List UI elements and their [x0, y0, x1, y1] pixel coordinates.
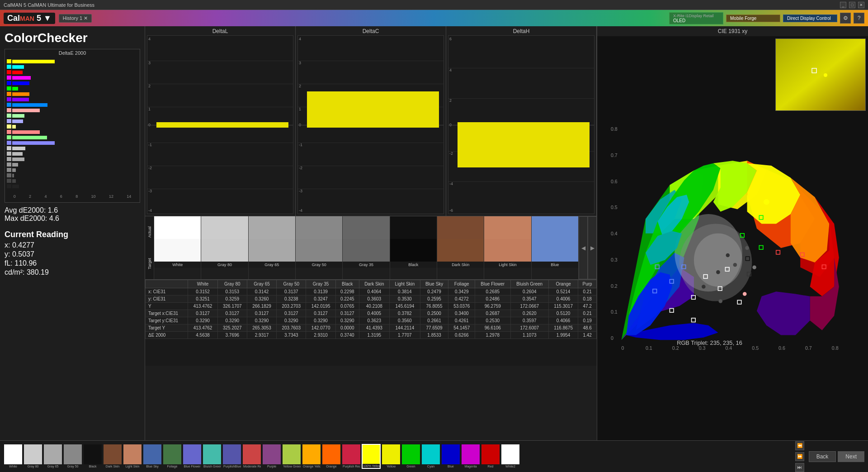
bottom-swatch[interactable]: Purplish Red — [342, 444, 361, 469]
table-header-cell: Foliage — [448, 280, 475, 288]
cie-thumbnail — [775, 38, 866, 111]
bottom-swatch[interactable]: Cyan — [421, 444, 440, 469]
svg-text:0.5: 0.5 — [752, 345, 759, 351]
table-cell: 142.0770 — [306, 324, 335, 332]
mobile-forge-widget[interactable]: Mobile Forge — [726, 14, 780, 22]
current-measurement-dot — [764, 199, 769, 205]
bottom-swatch[interactable]: Blue Sky — [143, 444, 162, 469]
swatches-scroll-left[interactable]: ◀ — [579, 216, 588, 279]
bottom-swatch[interactable]: Yellow Green — [282, 444, 301, 469]
svg-point-68 — [718, 299, 722, 303]
bottom-swatch[interactable]: Red — [481, 444, 500, 469]
bottom-swatch[interactable]: Orange Yellow — [302, 444, 321, 469]
deltae-bar-row — [7, 91, 138, 96]
bottom-swatch[interactable]: Magenta — [461, 444, 480, 469]
table-cell: 1.7707 — [389, 332, 420, 339]
data-table: WhiteGray 80Gray 65Gray 50Gray 35BlackDa… — [145, 280, 597, 339]
table-cell: 0.2500 — [420, 310, 448, 317]
help-button[interactable]: ? — [854, 13, 864, 24]
bottom-swatch[interactable]: Orange — [322, 444, 341, 469]
table-header-cell: Gray 50 — [277, 280, 306, 288]
bottom-swatch[interactable]: Blue — [441, 444, 460, 469]
table-cell: 0.2661 — [420, 317, 448, 324]
table-cell: 266.1829 — [247, 303, 276, 310]
table-cell: 0.3782 — [389, 310, 420, 317]
topbar-right: X-Rite i1Display Retail OLED Mobile Forg… — [669, 12, 864, 24]
play-next-button[interactable]: ⏩ — [795, 452, 804, 461]
table-cell: 0.2479 — [420, 288, 448, 296]
swatches-scroll-right[interactable]: ▶ — [588, 216, 597, 279]
table-cell: 0.3623 — [359, 317, 389, 324]
bottom-swatch[interactable]: Purple — [262, 444, 281, 469]
direct-display-widget[interactable]: Direct Display Control — [783, 14, 837, 22]
bar-fill — [12, 130, 40, 134]
play-end-button[interactable]: ⏭ — [795, 463, 804, 472]
play-prev-button[interactable]: ⏪ — [795, 441, 804, 450]
bottom-swatch-label: Yellow Green — [283, 464, 301, 468]
table-cell: 1.8533 — [420, 332, 448, 339]
bottom-swatch[interactable]: Green — [401, 444, 420, 469]
bottom-swatch[interactable]: White2 — [501, 444, 520, 469]
bottom-swatch[interactable]: Blue Flower — [183, 444, 202, 469]
bar-fill — [12, 141, 55, 145]
swatch-item: Light Skin — [484, 216, 531, 279]
swatch-actual — [201, 216, 248, 239]
swatch-target — [484, 239, 531, 262]
bar-fill — [12, 114, 24, 118]
table-row: Target y:CIE310.32900.32900.32900.32900.… — [146, 317, 597, 324]
bottom-swatch[interactable]: Dark Skin — [103, 444, 122, 469]
bottom-swatch[interactable]: PurplishBlue — [222, 444, 241, 469]
swatch-actual — [249, 216, 295, 239]
bottom-swatch[interactable]: Yellow — [382, 444, 401, 469]
color-indicator — [7, 65, 11, 69]
swatch-label: Black — [390, 262, 437, 268]
table-row: ΔE 20004.56383.76962.93173.73432.93100.3… — [146, 332, 597, 339]
swatch-item: Blue — [532, 216, 579, 279]
settings-button[interactable]: ⚙ — [840, 13, 851, 24]
bar-fill — [12, 136, 47, 139]
table-cell: 0.3290 — [335, 317, 359, 324]
swatches-section: Actual Target WhiteGray 80Gray 65Gray 50… — [145, 216, 597, 280]
bottom-swatch[interactable]: White — [4, 444, 23, 469]
bottom-swatch[interactable]: Foliage — [163, 444, 182, 469]
bottom-swatch[interactable]: 100% Yellow — [362, 444, 381, 469]
close-button[interactable]: ✕ — [858, 2, 864, 8]
table-row: y: CIE310.32510.32590.32600.32380.32470.… — [146, 296, 597, 303]
bottom-swatch[interactable]: Black — [83, 444, 102, 469]
swatch-label: Light Skin — [484, 262, 531, 268]
minimize-button[interactable]: _ — [840, 2, 846, 8]
bottom-swatch-label: Purplish Red — [342, 464, 360, 468]
next-button[interactable]: Next — [838, 451, 864, 462]
bottom-swatch[interactable]: Moderate Red — [242, 444, 261, 469]
history-tab[interactable]: History 1 ✕ — [59, 14, 92, 23]
bottom-swatch-label: Light Skin — [123, 464, 142, 468]
table-cell: 0.3560 — [389, 317, 420, 324]
bottom-swatch-color — [203, 444, 221, 464]
color-indicator — [7, 76, 11, 80]
table-cell: 325.2027 — [217, 324, 247, 332]
bottom-swatch[interactable]: Gray 65 — [43, 444, 62, 469]
bottom-swatch-label: White2 — [501, 464, 519, 468]
bottom-swatch-label: Dark Skin — [104, 464, 122, 468]
bottom-swatch[interactable]: Gray 50 — [63, 444, 82, 469]
bottom-swatch-label: Bluish Green — [203, 464, 221, 468]
table-cell: 4.5638 — [188, 332, 217, 339]
bottom-swatch[interactable]: Light Skin — [123, 444, 142, 469]
bottom-swatch-color — [283, 444, 301, 464]
deltae-bar-row — [7, 124, 138, 129]
swatch-item: Gray 80 — [201, 216, 248, 279]
maximize-button[interactable]: □ — [849, 2, 855, 8]
bottom-swatch[interactable]: Bluish Green — [203, 444, 222, 469]
color-indicator — [7, 92, 11, 96]
bottom-swatch-color — [322, 444, 340, 464]
xrite-widget[interactable]: X-Rite i1Display Retail OLED — [669, 12, 723, 24]
swatch-item: Black — [390, 216, 437, 279]
table-cell: 0.3597 — [510, 317, 548, 324]
swatch-actual — [154, 216, 201, 239]
bottom-swatch[interactable]: Gray 80 — [24, 444, 42, 469]
bar-fill — [12, 81, 29, 85]
back-button[interactable]: Back — [809, 451, 836, 462]
charts-row: DeltaL 4 3 2 1 0 -1 -2 -3 -4 — [145, 26, 597, 216]
nav-buttons: Back Next — [809, 451, 864, 462]
table-header-cell: Purp — [578, 280, 597, 288]
